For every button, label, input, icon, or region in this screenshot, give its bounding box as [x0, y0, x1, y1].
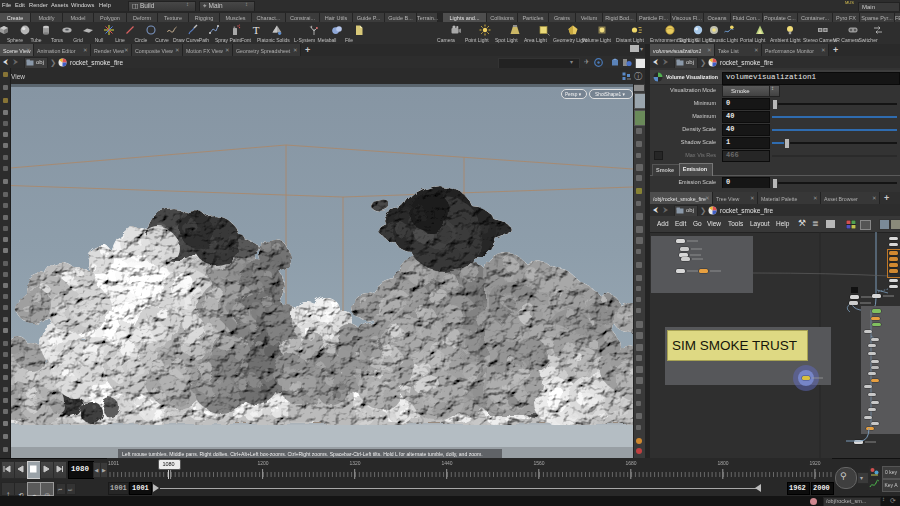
svg-text:T: T: [253, 24, 260, 36]
